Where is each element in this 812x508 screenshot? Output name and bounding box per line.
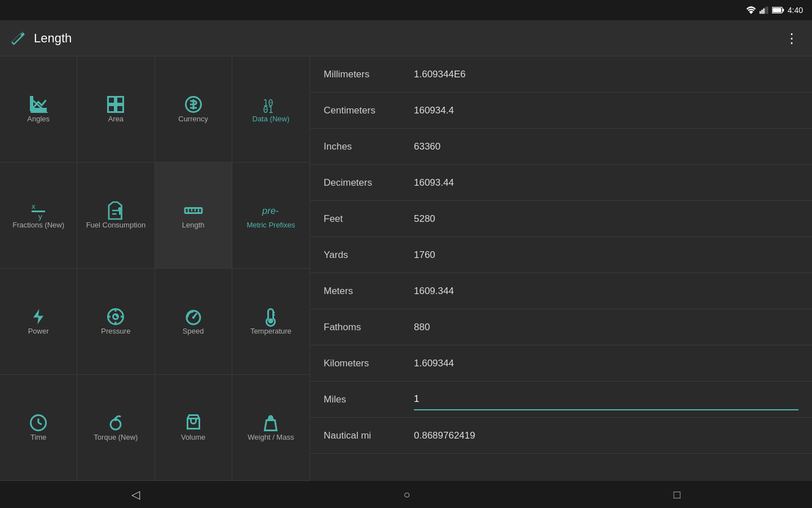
volume-label: Volume: [181, 433, 205, 443]
metric-label: Metric Prefixes: [246, 221, 295, 230]
fuel-label: Fuel Consumption: [86, 221, 146, 230]
category-angles[interactable]: Angles: [0, 56, 77, 163]
bottom-nav: ◁ ○ □: [0, 481, 812, 508]
app-bar: Length ⋮: [0, 20, 812, 56]
unit-millimeters: Millimeters: [324, 69, 414, 80]
unit-miles: Miles: [324, 394, 414, 405]
menu-button[interactable]: ⋮: [780, 26, 803, 51]
value-centimeters: 160934.4: [414, 100, 798, 121]
pressure-label: Pressure: [101, 327, 130, 336]
svg-rect-0: [760, 11, 761, 14]
category-weight[interactable]: Weight / Mass: [232, 375, 310, 481]
area-label: Area: [108, 115, 123, 124]
unit-decimeters: Decimeters: [324, 177, 414, 189]
svg-rect-7: [773, 8, 781, 12]
angles-icon: [28, 94, 48, 115]
value-feet: 5280: [414, 209, 798, 229]
status-bar: 4:40: [0, 0, 812, 20]
category-data[interactable]: 10 01 Data (New): [232, 56, 310, 163]
category-pressure[interactable]: Pressure: [77, 269, 155, 375]
conversion-row-decimeters[interactable]: Decimeters 16093.44: [310, 165, 812, 201]
unit-fathoms: Fathoms: [324, 322, 414, 333]
unit-kilometers: Kilometers: [324, 358, 414, 369]
speed-label: Speed: [183, 327, 204, 336]
category-currency[interactable]: Currency: [155, 56, 232, 163]
svg-text:x: x: [32, 202, 36, 211]
data-label: Data (New): [253, 115, 290, 124]
app-bar-title: Length: [34, 31, 780, 46]
metric-icon: pre-: [261, 200, 281, 221]
category-metric[interactable]: pre- Metric Prefixes: [232, 163, 310, 269]
svg-rect-4: [767, 7, 768, 14]
time-label: Time: [30, 433, 46, 443]
svg-rect-1: [761, 10, 762, 14]
conversion-row-kilometers[interactable]: Kilometers 1.609344: [310, 345, 812, 382]
temperature-label: Temperature: [250, 327, 292, 336]
conversion-panel: Millimeters 1.609344E6 Centimeters 16093…: [310, 56, 812, 481]
torque-label: Torque (New): [94, 433, 138, 443]
svg-rect-11: [117, 106, 123, 112]
svg-rect-8: [108, 97, 115, 104]
currency-icon: [183, 94, 204, 115]
back-button[interactable]: ◁: [118, 483, 153, 506]
category-volume[interactable]: Volume: [155, 375, 232, 481]
unit-meters: Meters: [324, 286, 414, 297]
conversion-row-inches[interactable]: Inches 63360: [310, 129, 812, 165]
unit-feet: Feet: [324, 213, 414, 225]
category-speed[interactable]: Speed: [155, 269, 232, 375]
category-temperature[interactable]: Temperature: [232, 269, 310, 375]
area-icon: [105, 94, 126, 115]
value-yards: 1760: [414, 245, 798, 265]
value-nautical: 0.8689762419: [414, 426, 798, 446]
svg-rect-3: [765, 7, 766, 14]
volume-icon: [183, 413, 204, 433]
svg-point-35: [192, 316, 195, 319]
conversion-row-meters[interactable]: Meters 1609.344: [310, 273, 812, 309]
main-content: Angles Area Currency 10 01: [0, 56, 812, 481]
unit-nautical: Nautical mi: [324, 430, 414, 441]
temperature-icon: [261, 306, 281, 327]
speed-icon: [183, 306, 204, 327]
data-icon: 10 01: [261, 94, 281, 115]
category-fuel[interactable]: Fuel Consumption: [77, 163, 155, 269]
category-torque[interactable]: Torque (New): [77, 375, 155, 481]
value-kilometers: 1.609344: [414, 353, 798, 374]
recent-button[interactable]: □: [660, 484, 694, 506]
conversion-row-yards[interactable]: Yards 1760: [310, 237, 812, 273]
value-fathoms: 880: [414, 317, 798, 338]
fuel-icon: [105, 200, 126, 221]
svg-point-36: [268, 318, 273, 323]
svg-line-41: [38, 423, 42, 424]
pressure-icon: [105, 306, 126, 327]
svg-text:pre-: pre-: [262, 205, 279, 216]
svg-rect-20: [185, 208, 202, 213]
unit-yards: Yards: [324, 249, 414, 261]
unit-inches: Inches: [324, 141, 414, 152]
time-icon: [28, 413, 48, 433]
category-power[interactable]: Power: [0, 269, 77, 375]
power-icon: [28, 306, 48, 327]
conversion-row-centimeters[interactable]: Centimeters 160934.4: [310, 93, 812, 129]
category-fractions[interactable]: x y Fractions (New): [0, 163, 77, 269]
category-length[interactable]: Length: [155, 163, 232, 269]
conversion-row-millimeters[interactable]: Millimeters 1.609344E6: [310, 56, 812, 93]
conversion-row-miles[interactable]: Miles 1: [310, 382, 812, 418]
torque-icon: [105, 413, 126, 433]
category-area[interactable]: Area: [77, 56, 155, 163]
fractions-icon: x y: [28, 200, 48, 221]
home-button[interactable]: ○: [390, 484, 423, 506]
battery-icon: [772, 7, 784, 14]
svg-rect-9: [117, 97, 123, 104]
category-time[interactable]: Time: [0, 375, 77, 481]
category-sidebar: Angles Area Currency 10 01: [0, 56, 310, 481]
weight-icon: [261, 413, 281, 433]
svg-rect-10: [108, 106, 115, 112]
svg-text:y: y: [38, 212, 42, 221]
value-miles[interactable]: 1: [414, 389, 798, 410]
conversion-row-fathoms[interactable]: Fathoms 880: [310, 309, 812, 345]
length-label: Length: [182, 221, 205, 230]
conversion-row-nautical[interactable]: Nautical mi 0.8689762419: [310, 418, 812, 454]
conversion-row-feet[interactable]: Feet 5280: [310, 201, 812, 237]
wifi-icon: [746, 6, 756, 14]
value-inches: 63360: [414, 137, 798, 157]
